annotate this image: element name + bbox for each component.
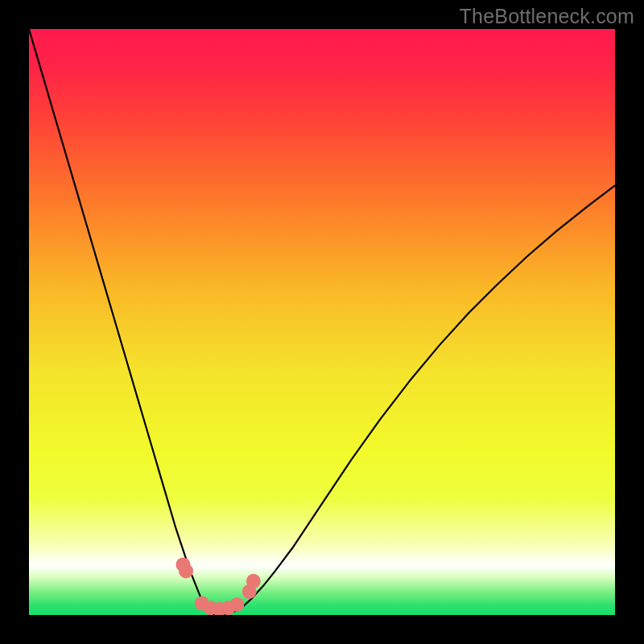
chart-frame: TheBottleneck.com — [0, 0, 644, 644]
chart-svg — [29, 29, 615, 615]
marker-dot — [229, 597, 244, 612]
marker-dot — [246, 574, 261, 588]
plot-area — [29, 29, 615, 615]
watermark-text: TheBottleneck.com — [460, 5, 634, 28]
marker-dot — [179, 564, 193, 578]
chart-background — [29, 29, 615, 615]
